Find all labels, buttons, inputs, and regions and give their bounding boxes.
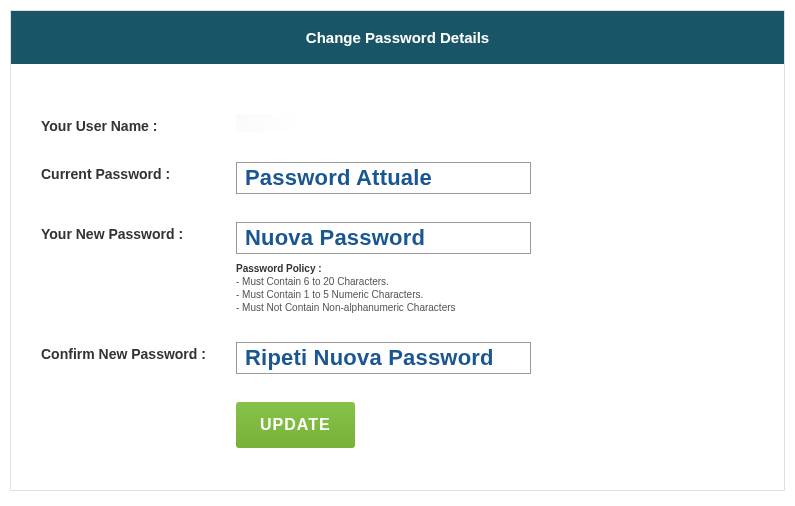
header-title: Change Password Details — [306, 29, 489, 46]
username-row: Your User Name : — [41, 114, 754, 134]
username-value — [236, 114, 296, 132]
policy-title: Password Policy : — [236, 262, 754, 275]
confirm-password-value-wrap: Ripeti Nuova Password — [236, 342, 754, 374]
confirm-password-label: Confirm New Password : — [41, 342, 236, 362]
confirm-password-row: Confirm New Password : Ripeti Nuova Pass… — [41, 342, 754, 374]
username-value-wrap — [236, 114, 754, 132]
policy-line-2: - Must Contain 1 to 5 Numeric Characters… — [236, 288, 754, 301]
button-row: UPDATE — [236, 402, 754, 448]
form-body: Your User Name : Current Password : Pass… — [11, 64, 784, 490]
current-password-input[interactable]: Password Attuale — [236, 162, 531, 194]
update-button[interactable]: UPDATE — [236, 402, 355, 448]
new-password-value-wrap: Nuova Password Password Policy : - Must … — [236, 222, 754, 314]
new-password-label: Your New Password : — [41, 222, 236, 314]
password-policy: Password Policy : - Must Contain 6 to 20… — [236, 262, 754, 314]
new-password-overlay: Nuova Password — [245, 225, 425, 251]
current-password-value-wrap: Password Attuale — [236, 162, 754, 194]
policy-line-1: - Must Contain 6 to 20 Characters. — [236, 275, 754, 288]
new-password-input[interactable]: Nuova Password — [236, 222, 531, 254]
new-password-row: Your New Password : Nuova Password Passw… — [41, 222, 754, 314]
confirm-password-overlay: Ripeti Nuova Password — [245, 345, 494, 371]
username-label: Your User Name : — [41, 114, 236, 134]
current-password-overlay: Password Attuale — [245, 165, 432, 191]
confirm-password-input[interactable]: Ripeti Nuova Password — [236, 342, 531, 374]
change-password-panel: Change Password Details Your User Name :… — [10, 10, 785, 491]
current-password-label: Current Password : — [41, 162, 236, 182]
current-password-row: Current Password : Password Attuale — [41, 162, 754, 194]
policy-line-3: - Must Not Contain Non-alphanumeric Char… — [236, 301, 754, 314]
panel-header: Change Password Details — [11, 11, 784, 64]
